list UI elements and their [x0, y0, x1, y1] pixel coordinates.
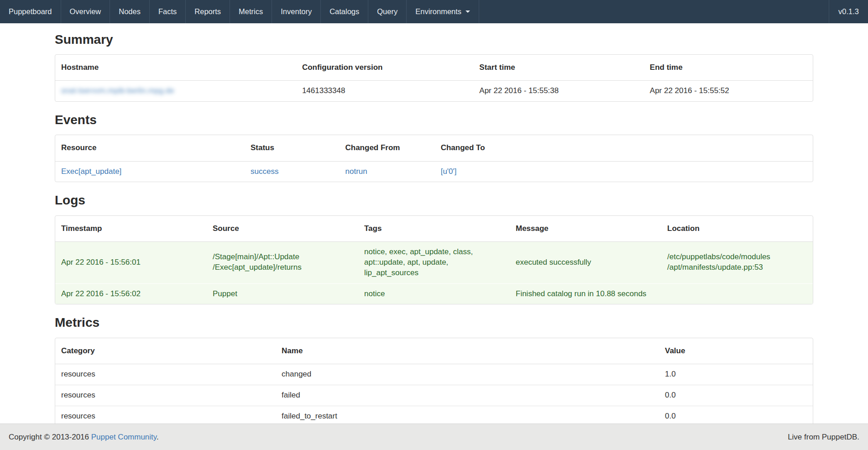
nav-item-facts[interactable]: Facts — [150, 0, 186, 23]
logs-col-source: Source — [207, 216, 358, 242]
nav-item-label: Overview — [70, 7, 101, 16]
metric-name-cell: changed — [276, 364, 659, 385]
metric-category-cell: resources — [55, 385, 276, 406]
nav-item-label: Nodes — [119, 7, 141, 16]
log-message-cell: Finished catalog run in 10.88 seconds — [510, 283, 661, 304]
hostname-cell: snat-tservvm.mpib-berlin.mpg.de — [55, 81, 296, 101]
metric-value-cell: 0.0 — [659, 385, 813, 406]
events-heading: Events — [55, 113, 813, 127]
metrics-table-panel: Category Name Value resources changed 1.… — [55, 338, 813, 427]
caret-down-icon — [465, 10, 470, 13]
logs-table-panel: Timestamp Source Tags Message Location A… — [55, 215, 813, 305]
logs-table: Timestamp Source Tags Message Location A… — [55, 216, 813, 304]
live-from-puppetdb-text: Live from PuppetDB. — [788, 433, 859, 442]
metric-category-cell: resources — [55, 364, 276, 385]
events-table-panel: Resource Status Changed From Changed To … — [55, 135, 813, 182]
event-resource-link[interactable]: Exec[apt_update] — [61, 167, 121, 176]
logs-col-tags: Tags — [358, 216, 510, 242]
log-tags-cell: notice — [358, 283, 510, 304]
events-table: Resource Status Changed From Changed To … — [55, 135, 813, 182]
nav-item-label: Reports — [194, 7, 221, 16]
summary-col-start-time: Start time — [473, 55, 644, 81]
event-changed-to-link[interactable]: [u'0'] — [441, 167, 457, 176]
log-source-cell: Puppet — [207, 283, 358, 304]
summary-table: Hostname Configuration version Start tim… — [55, 55, 813, 101]
environments-dropdown[interactable]: Environments — [407, 0, 479, 23]
summary-table-panel: Hostname Configuration version Start tim… — [55, 54, 813, 102]
logs-col-message: Message — [510, 216, 661, 242]
nav-item-reports[interactable]: Reports — [186, 0, 230, 23]
log-source-cell: /Stage[main]/Apt::Update /Exec[apt_updat… — [207, 241, 358, 283]
events-col-status: Status — [245, 135, 340, 161]
logs-heading: Logs — [55, 193, 813, 208]
events-col-resource: Resource — [55, 135, 245, 161]
nav-item-label: Metrics — [239, 7, 263, 16]
nav-item-catalogs[interactable]: Catalogs — [321, 0, 368, 23]
log-row: Apr 22 2016 - 15:56:02 Puppet notice Fin… — [55, 283, 813, 304]
nav-item-inventory[interactable]: Inventory — [272, 0, 321, 23]
metric-value-cell: 1.0 — [659, 364, 813, 385]
event-status-link[interactable]: success — [251, 167, 278, 176]
log-location-cell: /etc/puppetlabs/code/modules /apt/manife… — [661, 241, 813, 283]
summary-heading: Summary — [55, 32, 813, 47]
summary-row: snat-tservvm.mpib-berlin.mpg.de 14613333… — [55, 81, 813, 101]
navbar-spacer — [479, 0, 829, 23]
metric-row: resources failed 0.0 — [55, 385, 813, 406]
nav-brand[interactable]: Puppetboard — [0, 0, 61, 23]
event-row: Exec[apt_update] success notrun [u'0'] — [55, 161, 813, 182]
logs-header-row: Timestamp Source Tags Message Location — [55, 216, 813, 242]
nav-item-metrics[interactable]: Metrics — [230, 0, 272, 23]
log-timestamp-cell: Apr 22 2016 - 15:56:02 — [55, 283, 207, 304]
copyright-text: Copyright © 2013-2016 Puppet Community. — [9, 433, 159, 442]
config-version-cell: 1461333348 — [296, 81, 473, 101]
environments-dropdown-label: Environments — [415, 7, 461, 16]
nav-brand-label: Puppetboard — [9, 7, 52, 16]
events-header-row: Resource Status Changed From Changed To — [55, 135, 813, 161]
log-timestamp-cell: Apr 22 2016 - 15:56:01 — [55, 241, 207, 283]
footer: Copyright © 2013-2016 Puppet Community. … — [0, 424, 868, 450]
hostname-link[interactable]: snat-tservvm.mpib-berlin.mpg.de — [61, 86, 174, 95]
nav-item-label: Query — [377, 7, 397, 16]
end-time-cell: Apr 22 2016 - 15:55:52 — [644, 81, 813, 101]
events-col-changed-to: Changed To — [435, 135, 813, 161]
log-message-cell: executed successfully — [510, 241, 661, 283]
log-location-cell — [661, 283, 813, 304]
metrics-col-category: Category — [55, 338, 276, 364]
metric-row: resources changed 1.0 — [55, 364, 813, 385]
nav-item-overview[interactable]: Overview — [61, 0, 110, 23]
version-label: v0.1.3 — [838, 7, 859, 16]
main-content: Summary Hostname Configuration version S… — [55, 32, 813, 427]
metrics-heading: Metrics — [55, 315, 813, 330]
logs-col-location: Location — [661, 216, 813, 242]
metrics-table: Category Name Value resources changed 1.… — [55, 338, 813, 427]
summary-col-config-version: Configuration version — [296, 55, 473, 81]
summary-header-row: Hostname Configuration version Start tim… — [55, 55, 813, 81]
nav-item-label: Catalogs — [329, 7, 359, 16]
copyright-prefix: Copyright © 2013-2016 — [9, 433, 91, 441]
log-row: Apr 22 2016 - 15:56:01 /Stage[main]/Apt:… — [55, 241, 813, 283]
nav-item-nodes[interactable]: Nodes — [110, 0, 150, 23]
metric-name-cell: failed — [276, 385, 659, 406]
summary-col-end-time: End time — [644, 55, 813, 81]
summary-col-hostname: Hostname — [55, 55, 296, 81]
metrics-header-row: Category Name Value — [55, 338, 813, 364]
logs-col-timestamp: Timestamp — [55, 216, 207, 242]
metrics-col-value: Value — [659, 338, 813, 364]
start-time-cell: Apr 22 2016 - 15:55:38 — [473, 81, 644, 101]
event-changed-from-link[interactable]: notrun — [345, 167, 367, 176]
nav-item-query[interactable]: Query — [368, 0, 407, 23]
metrics-col-name: Name — [276, 338, 659, 364]
events-col-changed-from: Changed From — [340, 135, 435, 161]
top-navbar: Puppetboard Overview Nodes Facts Reports… — [0, 0, 868, 23]
nav-version: v0.1.3 — [829, 0, 868, 23]
nav-item-label: Facts — [158, 7, 177, 16]
puppet-community-link[interactable]: Puppet Community — [91, 433, 157, 441]
copyright-suffix: . — [157, 433, 159, 441]
log-tags-cell: notice, exec, apt_update, class, apt::up… — [358, 241, 510, 283]
nav-item-label: Inventory — [281, 7, 312, 16]
